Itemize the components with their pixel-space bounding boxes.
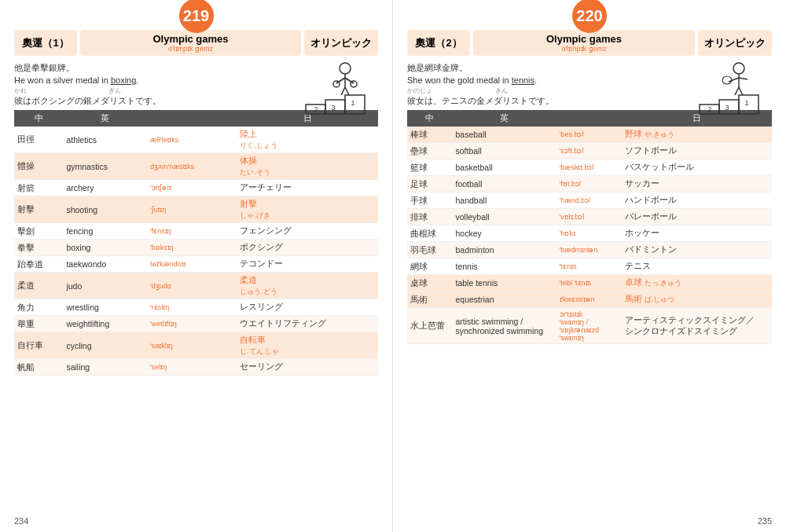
cell-en: taekwondo [63,256,147,273]
table-row: 跆拳道 taekwondo taɪ'kændoʊ テコンドー [14,256,378,273]
cell-cn: 手球 [407,193,453,209]
cell-jp: 体操たい.そう [237,153,378,180]
svg-line-17 [739,78,747,79]
table-row: 足球 football 'fʊt.bɔl サッカー [407,176,772,193]
cell-cn: 棒球 [407,127,453,143]
vocab-table-right: 中 英 日 棒球 baseball 'bes.bɔl 野球 や.きゅう 壘球 s… [407,110,772,344]
col-en-left: 英 [63,110,147,127]
cell-phonetic: 'wetlɪftɪŋ [147,316,237,332]
cell-en: sailing [63,359,147,376]
cell-cn: 射擊 [14,196,63,223]
cell-jp: 卓球 たっ.きゅう [622,275,772,292]
cell-phonetic: 'bɒksɪŋ [147,240,237,256]
cell-phonetic: 'hænd.bɔl [556,193,622,209]
table-row: 田徑 athletics æθ'letɪks 陸上りく.じょう [14,127,378,153]
table-row: 桌球 table tennis 'tebl 'tɛnɪs 卓球 たっ.きゅう [407,275,772,292]
page-num-bottom-right: 235 [758,516,772,526]
cell-jp: テニス [622,259,772,275]
cell-jp: セーリング [237,359,378,376]
header-left: 奧運（1） Olympic games o'lɪmpɪk ɡemz オリンピック [14,30,378,56]
example-en-word-right: tennis [512,75,534,85]
page-num-bottom-left: 234 [14,516,28,526]
table-row: 手球 handball 'hænd.bɔl ハンドボール [407,193,772,209]
cell-cn: 體操 [14,153,63,180]
cell-en: boxing [63,240,147,256]
cell-phonetic: 'dʒudo [147,273,237,299]
cell-en: volleyball [453,209,556,226]
cell-en: badminton [453,242,556,259]
illustration-right: 3 1 2 [696,62,770,120]
header-cn-left: 奧運（1） [14,30,77,56]
cell-jp: ソフトボール [622,143,772,160]
header-cn-right: 奧運（2） [407,30,470,56]
cell-phonetic: 'fʊt.bɔl [556,176,622,193]
cell-cn: 籃球 [407,160,453,176]
header-right: 奧運（2） Olympic games o'lɪmpɪk ɡemz オリンピック [407,30,772,56]
page-number-right: 220 [572,0,607,33]
example-section-left: 3 1 2 他是拳擊銀牌。 He won a silver medal in b… [14,62,378,107]
cell-jp: 射擊しゃ.げき [237,196,378,223]
cell-en: judo [63,273,147,299]
cell-cn: 角力 [14,299,63,316]
col-cn-right: 中 [407,110,453,127]
svg-line-16 [729,78,739,82]
page-number-left: 219 [179,0,214,33]
cell-en: wrestling [63,299,147,316]
cell-jp: 陸上りく.じょう [237,127,378,153]
cell-jp: 柔道じゅう.どう [237,273,378,299]
cell-jp: ウエイトリフティング [237,316,378,332]
table-row: 擊劍 fencing 'fɛnsɪŋ フェンシング [14,223,378,240]
col-cn-left: 中 [14,110,63,127]
svg-point-0 [340,63,351,74]
svg-line-19 [735,87,739,95]
cell-en: weightlifting [63,316,147,332]
table-row: 曲棍球 hockey 'hɒkɪ ホッケー [407,226,772,242]
cell-jp: アーチェリー [237,180,378,196]
page-right: 220 奧運（2） Olympic games o'lɪmpɪk ɡemz オリ… [393,0,786,532]
cell-cn: 網球 [407,259,453,275]
svg-text:3: 3 [725,104,729,112]
table-row: 帆船 sailing 'selɪŋ セーリング [14,359,378,376]
svg-point-18 [722,76,732,84]
svg-text:3: 3 [331,104,335,112]
cell-cn: 馬術 [407,292,453,308]
cell-jp: 自転車じ.てん.しゃ [237,332,378,359]
example-section-right: 3 1 2 她是網球金牌。 She won the gold medal in … [407,62,772,107]
svg-line-2 [336,78,345,83]
cell-en: tennis [453,259,556,275]
cell-en: softball [453,143,556,160]
table-row: 網球 tennis 'tɛnɪs テニス [407,259,772,275]
header-jp-left: オリンピック [304,30,378,56]
cell-cn: 壘球 [407,143,453,160]
cell-jp: サッカー [622,176,772,193]
cell-en: shooting [63,196,147,223]
cell-phonetic: 'bes.bɔl [556,127,622,143]
cell-jp: フェンシング [237,223,378,240]
cell-phonetic: 'sɔft.bɔl [556,143,622,160]
cell-phonetic: ɔr'tɪstɪk'swɪmɪŋ /'sɪŋkrənaɪzd'swɪmɪŋ [556,308,622,344]
cell-jp: テコンドー [237,256,378,273]
cell-jp: バドミントン [622,242,772,259]
cell-jp: ホッケー [622,226,772,242]
cell-phonetic: dʒʌm'næstɪks [147,153,237,180]
illustration-left: 3 1 2 [302,62,376,120]
cell-en: fencing [63,223,147,240]
header-en-left: Olympic games o'lɪmpɪk ɡemz [80,30,301,56]
cell-en: archery [63,180,147,196]
vocab-table-left: 中 英 日 田徑 athletics æθ'letɪks 陸上りく.じょう 體操… [14,110,378,376]
svg-line-20 [739,87,743,95]
cell-phonetic: 'tɛnɪs [556,259,622,275]
table-row: 棒球 baseball 'bes.bɔl 野球 や.きゅう [407,127,772,143]
table-row: 拳擊 boxing 'bɒksɪŋ ボクシング [14,240,378,256]
cell-en: equestrian [453,292,556,308]
cell-en: hockey [453,226,556,242]
svg-point-4 [333,81,340,87]
cell-en: baseball [453,127,556,143]
cell-cn: 桌球 [407,275,453,292]
cell-cn: 田徑 [14,127,63,153]
cell-phonetic: 'rɛslɪŋ [147,299,237,316]
cell-cn: 擊劍 [14,223,63,240]
cell-cn: 水上芭蕾 [407,308,453,344]
svg-text:2: 2 [707,105,711,113]
cell-cn: 足球 [407,176,453,193]
